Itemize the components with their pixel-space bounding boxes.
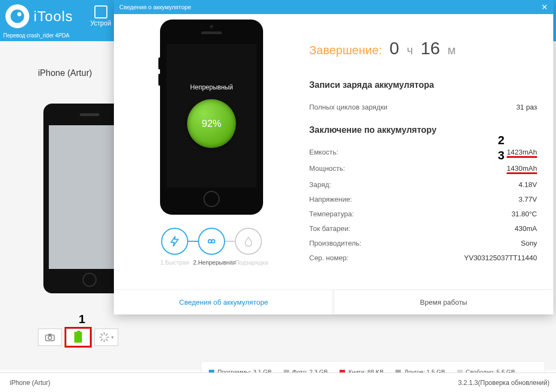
battery-info-modal: Сведения о аккумуляторе ✕ Непрерывный 92… bbox=[114, 0, 553, 314]
annotation-2: 2 bbox=[498, 133, 504, 147]
phone-illustration: Непрерывный 92% bbox=[160, 20, 263, 215]
battery-percent: 92% bbox=[187, 99, 236, 148]
row-voltage: Напряжение:3.77V bbox=[309, 192, 537, 207]
device-icon bbox=[94, 5, 107, 18]
app-logo: iTools bbox=[5, 4, 73, 28]
battery-button[interactable] bbox=[66, 329, 90, 346]
mode-selector bbox=[161, 228, 262, 255]
status-device: iPhone (Artur) bbox=[10, 379, 50, 387]
row-current: Ток батареи:430mA bbox=[309, 221, 537, 236]
svg-line-12 bbox=[106, 334, 107, 336]
drop-icon bbox=[243, 236, 254, 247]
nav-tabs: Устрой bbox=[84, 1, 117, 31]
camera-icon bbox=[44, 333, 55, 342]
svg-line-9 bbox=[101, 334, 103, 336]
charging-mode-label: Непрерывный bbox=[190, 83, 233, 91]
modal-left-panel: Непрерывный 92% 1.Быстрая 2.Непрерывная … bbox=[114, 14, 309, 290]
modal-title: Сведения о аккумуляторе bbox=[119, 4, 191, 10]
status-bar: iPhone (Artur) 3.2.1.3(Проверка обновлен… bbox=[0, 372, 556, 392]
logo-icon bbox=[5, 4, 29, 28]
modal-header: Сведения о аккумуляторе ✕ bbox=[114, 0, 553, 14]
annotation-3: 3 bbox=[498, 149, 504, 163]
chevron-down-icon: ▾ bbox=[111, 335, 114, 340]
more-button[interactable]: ▾ bbox=[94, 329, 118, 346]
section-charge-records: Записи заряда аккумулятора bbox=[309, 80, 537, 90]
close-button[interactable]: ✕ bbox=[541, 3, 548, 11]
bolt-icon bbox=[169, 235, 181, 247]
svg-line-11 bbox=[101, 339, 103, 340]
tab-battery-info[interactable]: Сведения об аккумуляторе bbox=[114, 290, 334, 314]
tab-runtime[interactable]: Время работы bbox=[334, 290, 554, 314]
battery-icon bbox=[74, 332, 82, 343]
screenshot-button[interactable] bbox=[38, 329, 62, 346]
svg-line-10 bbox=[106, 339, 107, 340]
status-version[interactable]: 3.2.1.3(Проверка обновлений) bbox=[458, 379, 549, 387]
spinner-icon bbox=[99, 332, 110, 343]
svg-point-3 bbox=[48, 336, 52, 339]
svg-rect-4 bbox=[48, 334, 52, 336]
row-charge: Заряд:4.18V bbox=[309, 177, 537, 192]
row-temp: Температура:31.80°С bbox=[309, 207, 537, 221]
eta-row: Завершение: 0 ч 16 м bbox=[309, 38, 537, 59]
infinity-icon bbox=[205, 235, 218, 248]
device-name: iPhone (Artur) bbox=[38, 68, 92, 78]
row-power: Мощность:1430mAh bbox=[309, 161, 537, 177]
modal-right-panel: Завершение: 0 ч 16 м Записи заряда аккум… bbox=[309, 14, 553, 290]
mode-fast[interactable] bbox=[161, 228, 188, 255]
annotation-1: 1 bbox=[79, 312, 85, 326]
row-serial: Сер. номер:YV303125037TT11440 bbox=[309, 250, 537, 265]
mode-labels: 1.Быстрая 2.Непрерывная 3.Подзарядка bbox=[156, 259, 267, 266]
svg-point-1 bbox=[17, 12, 22, 17]
row-cycles: Полных циклов зарядки31 раз bbox=[309, 100, 537, 114]
svg-point-0 bbox=[11, 10, 24, 23]
modal-footer: Сведения об аккумуляторе Время работы bbox=[114, 290, 553, 314]
device-toolbar: ▾ bbox=[38, 329, 118, 346]
mode-trickle[interactable] bbox=[235, 228, 262, 255]
mode-continuous[interactable] bbox=[198, 228, 225, 255]
nav-tab-device[interactable]: Устрой bbox=[84, 1, 117, 31]
app-name: iTools bbox=[34, 8, 73, 25]
row-maker: Производитель:Sony bbox=[309, 236, 537, 250]
